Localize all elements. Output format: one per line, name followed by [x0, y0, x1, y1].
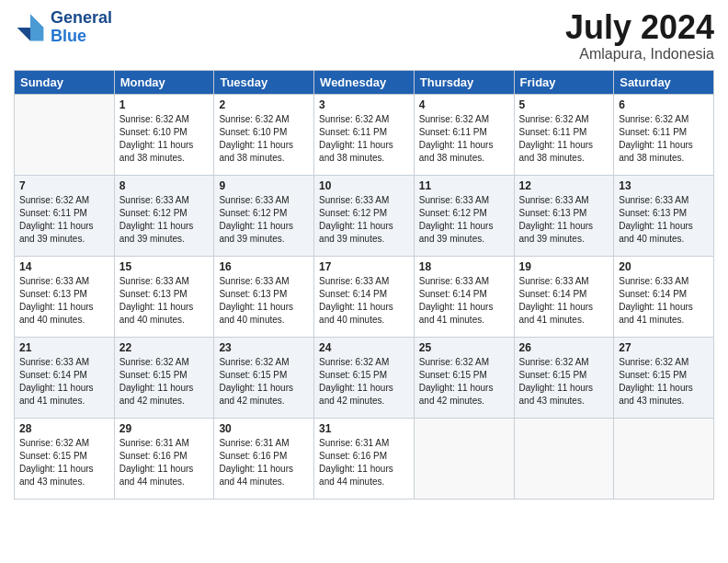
- day-number: 7: [19, 179, 109, 192]
- calendar-table: SundayMondayTuesdayWednesdayThursdayFrid…: [14, 70, 714, 500]
- day-cell: 25Sunrise: 6:32 AM Sunset: 6:15 PM Dayli…: [414, 337, 514, 418]
- day-number: 26: [519, 341, 609, 354]
- day-detail: Sunrise: 6:33 AM Sunset: 6:14 PM Dayligh…: [19, 356, 109, 408]
- day-cell: 26Sunrise: 6:32 AM Sunset: 6:15 PM Dayli…: [514, 337, 614, 418]
- day-number: 23: [219, 341, 309, 354]
- week-row-3: 14Sunrise: 6:33 AM Sunset: 6:13 PM Dayli…: [15, 256, 714, 337]
- week-row-4: 21Sunrise: 6:33 AM Sunset: 6:14 PM Dayli…: [15, 337, 714, 418]
- day-number: 25: [419, 341, 509, 354]
- day-number: 8: [119, 179, 210, 192]
- title-area: July 2024 Amlapura, Indonesia: [565, 9, 714, 63]
- day-detail: Sunrise: 6:33 AM Sunset: 6:12 PM Dayligh…: [419, 194, 509, 246]
- day-number: 5: [519, 98, 609, 111]
- day-number: 3: [319, 98, 409, 111]
- week-row-1: 1Sunrise: 6:32 AM Sunset: 6:10 PM Daylig…: [15, 94, 714, 175]
- day-cell: 20Sunrise: 6:33 AM Sunset: 6:14 PM Dayli…: [614, 256, 714, 337]
- day-cell: 21Sunrise: 6:33 AM Sunset: 6:14 PM Dayli…: [15, 337, 115, 418]
- day-cell: 7Sunrise: 6:32 AM Sunset: 6:11 PM Daylig…: [15, 175, 115, 256]
- day-number: 16: [219, 260, 309, 273]
- day-cell: 24Sunrise: 6:32 AM Sunset: 6:15 PM Dayli…: [314, 337, 415, 418]
- svg-marker-2: [30, 14, 43, 40]
- day-number: 14: [19, 260, 109, 273]
- day-detail: Sunrise: 6:31 AM Sunset: 6:16 PM Dayligh…: [119, 437, 210, 488]
- day-detail: Sunrise: 6:33 AM Sunset: 6:13 PM Dayligh…: [519, 194, 609, 246]
- logo: General Blue: [14, 9, 112, 46]
- header-day-monday: Monday: [114, 70, 214, 94]
- day-detail: Sunrise: 6:32 AM Sunset: 6:15 PM Dayligh…: [419, 356, 509, 408]
- day-cell: [514, 418, 614, 499]
- day-cell: 6Sunrise: 6:32 AM Sunset: 6:11 PM Daylig…: [614, 94, 714, 175]
- logo-line2: Blue: [51, 28, 112, 46]
- day-detail: Sunrise: 6:31 AM Sunset: 6:16 PM Dayligh…: [319, 437, 409, 488]
- day-cell: 27Sunrise: 6:32 AM Sunset: 6:15 PM Dayli…: [614, 337, 714, 418]
- week-row-2: 7Sunrise: 6:32 AM Sunset: 6:11 PM Daylig…: [15, 175, 714, 256]
- day-detail: Sunrise: 6:33 AM Sunset: 6:12 PM Dayligh…: [319, 194, 409, 246]
- day-cell: 13Sunrise: 6:33 AM Sunset: 6:13 PM Dayli…: [614, 175, 714, 256]
- day-number: 31: [319, 422, 409, 435]
- day-number: 12: [519, 179, 609, 192]
- header-day-friday: Friday: [514, 70, 614, 94]
- day-detail: Sunrise: 6:32 AM Sunset: 6:15 PM Dayligh…: [619, 356, 709, 408]
- day-cell: 30Sunrise: 6:31 AM Sunset: 6:16 PM Dayli…: [214, 418, 314, 499]
- day-detail: Sunrise: 6:32 AM Sunset: 6:11 PM Dayligh…: [319, 113, 409, 165]
- day-detail: Sunrise: 6:33 AM Sunset: 6:12 PM Dayligh…: [119, 194, 210, 246]
- day-number: 1: [119, 98, 210, 111]
- day-number: 27: [619, 341, 709, 354]
- week-row-5: 28Sunrise: 6:32 AM Sunset: 6:15 PM Dayli…: [15, 418, 714, 499]
- day-detail: Sunrise: 6:33 AM Sunset: 6:13 PM Dayligh…: [119, 275, 210, 327]
- day-detail: Sunrise: 6:33 AM Sunset: 6:12 PM Dayligh…: [219, 194, 309, 246]
- header-day-wednesday: Wednesday: [314, 70, 415, 94]
- day-detail: Sunrise: 6:33 AM Sunset: 6:13 PM Dayligh…: [619, 194, 709, 246]
- day-cell: [414, 418, 514, 499]
- day-detail: Sunrise: 6:32 AM Sunset: 6:10 PM Dayligh…: [219, 113, 309, 165]
- day-cell: 22Sunrise: 6:32 AM Sunset: 6:15 PM Dayli…: [114, 337, 214, 418]
- day-detail: Sunrise: 6:32 AM Sunset: 6:15 PM Dayligh…: [19, 437, 109, 488]
- day-cell: 29Sunrise: 6:31 AM Sunset: 6:16 PM Dayli…: [114, 418, 214, 499]
- day-cell: 14Sunrise: 6:33 AM Sunset: 6:13 PM Dayli…: [15, 256, 115, 337]
- day-cell: 5Sunrise: 6:32 AM Sunset: 6:11 PM Daylig…: [514, 94, 614, 175]
- day-cell: 16Sunrise: 6:33 AM Sunset: 6:13 PM Dayli…: [214, 256, 314, 337]
- day-number: 28: [19, 422, 109, 435]
- day-detail: Sunrise: 6:32 AM Sunset: 6:15 PM Dayligh…: [519, 356, 609, 408]
- day-number: 18: [419, 260, 509, 273]
- day-number: 6: [619, 98, 709, 111]
- day-number: 4: [419, 98, 509, 111]
- day-number: 20: [619, 260, 709, 273]
- day-number: 30: [219, 422, 309, 435]
- day-number: 13: [619, 179, 709, 192]
- day-number: 21: [19, 341, 109, 354]
- day-detail: Sunrise: 6:32 AM Sunset: 6:15 PM Dayligh…: [219, 356, 309, 408]
- day-cell: 19Sunrise: 6:33 AM Sunset: 6:14 PM Dayli…: [514, 256, 614, 337]
- day-cell: 28Sunrise: 6:32 AM Sunset: 6:15 PM Dayli…: [15, 418, 115, 499]
- month-title: July 2024: [565, 9, 714, 46]
- day-cell: 10Sunrise: 6:33 AM Sunset: 6:12 PM Dayli…: [314, 175, 415, 256]
- header-day-saturday: Saturday: [614, 70, 714, 94]
- day-detail: Sunrise: 6:32 AM Sunset: 6:10 PM Dayligh…: [119, 113, 210, 165]
- location-title: Amlapura, Indonesia: [565, 46, 714, 63]
- svg-marker-1: [17, 28, 30, 40]
- day-detail: Sunrise: 6:32 AM Sunset: 6:11 PM Dayligh…: [19, 194, 109, 246]
- header: General Blue July 2024 Amlapura, Indones…: [14, 9, 714, 63]
- day-cell: 17Sunrise: 6:33 AM Sunset: 6:14 PM Dayli…: [314, 256, 415, 337]
- day-detail: Sunrise: 6:31 AM Sunset: 6:16 PM Dayligh…: [219, 437, 309, 488]
- day-cell: 1Sunrise: 6:32 AM Sunset: 6:10 PM Daylig…: [114, 94, 214, 175]
- day-number: 9: [219, 179, 309, 192]
- logo-line1: General: [51, 9, 112, 28]
- day-detail: Sunrise: 6:33 AM Sunset: 6:13 PM Dayligh…: [219, 275, 309, 327]
- day-cell: 9Sunrise: 6:33 AM Sunset: 6:12 PM Daylig…: [214, 175, 314, 256]
- day-detail: Sunrise: 6:33 AM Sunset: 6:14 PM Dayligh…: [319, 275, 409, 327]
- day-cell: 11Sunrise: 6:33 AM Sunset: 6:12 PM Dayli…: [414, 175, 514, 256]
- day-detail: Sunrise: 6:32 AM Sunset: 6:11 PM Dayligh…: [519, 113, 609, 165]
- day-number: 2: [219, 98, 309, 111]
- day-cell: 2Sunrise: 6:32 AM Sunset: 6:10 PM Daylig…: [214, 94, 314, 175]
- day-detail: Sunrise: 6:33 AM Sunset: 6:14 PM Dayligh…: [519, 275, 609, 327]
- day-cell: [15, 94, 115, 175]
- day-detail: Sunrise: 6:32 AM Sunset: 6:15 PM Dayligh…: [119, 356, 210, 408]
- day-detail: Sunrise: 6:32 AM Sunset: 6:15 PM Dayligh…: [319, 356, 409, 408]
- day-cell: 31Sunrise: 6:31 AM Sunset: 6:16 PM Dayli…: [314, 418, 415, 499]
- header-day-thursday: Thursday: [414, 70, 514, 94]
- day-number: 15: [119, 260, 210, 273]
- page-container: General Blue July 2024 Amlapura, Indones…: [0, 0, 728, 509]
- day-cell: 4Sunrise: 6:32 AM Sunset: 6:11 PM Daylig…: [414, 94, 514, 175]
- day-cell: 18Sunrise: 6:33 AM Sunset: 6:14 PM Dayli…: [414, 256, 514, 337]
